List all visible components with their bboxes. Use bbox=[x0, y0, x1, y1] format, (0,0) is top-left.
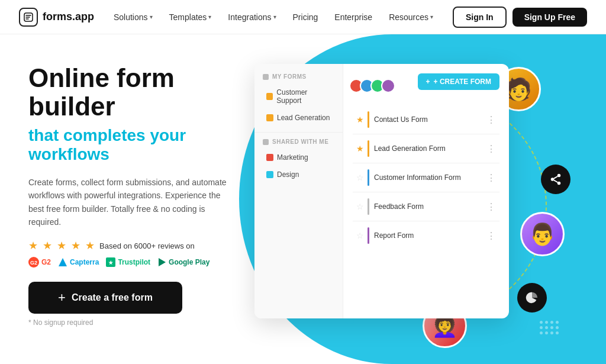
form-color-bar bbox=[368, 169, 369, 186]
badges-row: G2 G2 Capterra ★ Trustpilot Google Play bbox=[28, 257, 231, 268]
nav-solutions[interactable]: Solutions ▾ bbox=[107, 9, 160, 25]
svg-marker-6 bbox=[159, 258, 166, 266]
logo-icon bbox=[19, 8, 38, 27]
sidebar-marketing[interactable]: Marketing bbox=[258, 149, 339, 166]
form-row[interactable]: ☆ Customer Information Form ⋮ bbox=[353, 163, 499, 192]
svg-point-8 bbox=[551, 178, 555, 181]
plus-icon: + bbox=[426, 78, 430, 86]
star-1: ★ bbox=[28, 239, 38, 252]
form-row[interactable]: ☆ Report Form ⋮ bbox=[353, 221, 499, 250]
no-signup-text: * No signup required bbox=[28, 318, 231, 327]
svg-rect-12 bbox=[263, 74, 269, 80]
my-forms-label: MY FORMS bbox=[254, 73, 343, 83]
star-empty-icon: ☆ bbox=[356, 231, 364, 240]
user-avatars-row bbox=[353, 79, 395, 93]
svg-text:★: ★ bbox=[108, 260, 114, 266]
nav-pricing[interactable]: Pricing bbox=[286, 9, 325, 25]
mockup-sidebar: MY FORMS Customer Support Lead Generatio… bbox=[254, 64, 343, 318]
chevron-down-icon: ▾ bbox=[273, 14, 276, 20]
reviews-row: ★ ★ ★ ★ ★ Based on 6000+ reviews on bbox=[28, 239, 231, 252]
svg-rect-13 bbox=[263, 139, 269, 145]
header: forms.app Solutions ▾ Templates ▾ Integr… bbox=[0, 0, 606, 34]
chevron-down-icon: ▾ bbox=[208, 14, 211, 20]
header-actions: Sign In Sign Up Free bbox=[453, 7, 587, 28]
svg-marker-3 bbox=[59, 258, 67, 266]
nav-resources[interactable]: Resources ▾ bbox=[382, 9, 440, 25]
nav-templates[interactable]: Templates ▾ bbox=[162, 9, 219, 25]
hero-title: Online form builder bbox=[28, 64, 231, 121]
form-row[interactable]: ★ Contact Us Form ⋮ bbox=[353, 105, 499, 134]
main-nav: Solutions ▾ Templates ▾ Integrations ▾ P… bbox=[107, 9, 440, 25]
form-menu-icon[interactable]: ⋮ bbox=[486, 172, 496, 183]
form-color-bar bbox=[368, 198, 369, 215]
app-mockup: MY FORMS Customer Support Lead Generatio… bbox=[254, 64, 509, 318]
form-color-bar bbox=[368, 227, 369, 244]
create-form-mock-button[interactable]: + + CREATE FORM bbox=[418, 73, 499, 90]
sidebar-design[interactable]: Design bbox=[258, 166, 339, 183]
svg-point-7 bbox=[557, 174, 561, 178]
form-color-bar bbox=[368, 140, 369, 157]
badge-google-play: Google Play bbox=[157, 257, 209, 267]
form-color-bar bbox=[368, 111, 369, 128]
signup-button[interactable]: Sign Up Free bbox=[512, 8, 587, 27]
form-row[interactable]: ★ Lead Generation Form ⋮ bbox=[353, 134, 499, 163]
star-3: ★ bbox=[57, 239, 66, 252]
hero-subtitle: that completes your workflows bbox=[28, 126, 231, 164]
main-content: Online form builder that completes your … bbox=[0, 34, 606, 364]
star-empty-icon: ☆ bbox=[356, 202, 364, 211]
shared-with-me-label: SHARED WITH ME bbox=[254, 138, 343, 149]
star-4: ★ bbox=[71, 239, 80, 252]
chevron-down-icon: ▾ bbox=[430, 14, 433, 20]
logo[interactable]: forms.app bbox=[19, 8, 94, 27]
hero-left: Online form builder that completes your … bbox=[0, 34, 254, 364]
badge-g2: G2 G2 bbox=[28, 257, 51, 268]
form-menu-icon[interactable]: ⋮ bbox=[486, 143, 496, 154]
mini-avatar-4 bbox=[381, 79, 395, 93]
folder-icon bbox=[266, 114, 273, 121]
nav-integrations[interactable]: Integrations ▾ bbox=[221, 9, 283, 25]
badge-capterra: Capterra bbox=[58, 257, 99, 267]
sidebar-customer-support[interactable]: Customer Support bbox=[258, 84, 339, 109]
share-icon-node bbox=[541, 165, 570, 194]
svg-text:G2: G2 bbox=[30, 260, 37, 266]
create-form-button[interactable]: + Create a free form bbox=[28, 282, 182, 314]
svg-line-10 bbox=[554, 180, 557, 182]
star-5: ★ bbox=[85, 239, 95, 252]
nav-enterprise[interactable]: Enterprise bbox=[327, 9, 379, 25]
reviews-text: Based on 6000+ reviews on bbox=[99, 241, 195, 250]
form-menu-icon[interactable]: ⋮ bbox=[486, 230, 496, 241]
svg-line-11 bbox=[554, 176, 557, 179]
star-icon: ★ bbox=[356, 144, 364, 153]
badge-trustpilot: ★ Trustpilot bbox=[106, 257, 150, 267]
plus-icon: + bbox=[58, 290, 66, 305]
star-empty-icon: ☆ bbox=[356, 173, 364, 182]
svg-point-9 bbox=[557, 182, 561, 185]
folder-icon bbox=[266, 154, 273, 161]
forms-list: ★ Contact Us Form ⋮ ★ Lead Generation Fo… bbox=[353, 105, 499, 250]
mockup-main-panel: + + CREATE FORM ★ Contact Us Form ⋮ ★ Le… bbox=[343, 64, 509, 318]
sidebar-lead-generation[interactable]: Lead Generation bbox=[258, 109, 339, 126]
form-row[interactable]: ☆ Feedback Form ⋮ bbox=[353, 192, 499, 221]
folder-icon bbox=[266, 93, 273, 100]
pie-chart-icon-node bbox=[517, 283, 547, 313]
folder-icon bbox=[266, 171, 273, 178]
form-menu-icon[interactable]: ⋮ bbox=[486, 114, 496, 125]
signin-button[interactable]: Sign In bbox=[453, 7, 507, 28]
star-2: ★ bbox=[43, 239, 52, 252]
chevron-down-icon: ▾ bbox=[150, 14, 153, 20]
logo-text: forms.app bbox=[43, 11, 94, 23]
hero-description: Create forms, collect form submissions, … bbox=[28, 176, 231, 229]
form-menu-icon[interactable]: ⋮ bbox=[486, 201, 496, 212]
star-icon: ★ bbox=[356, 115, 364, 124]
avatar-man-beard: 👨 bbox=[520, 212, 565, 256]
sidebar-divider bbox=[254, 132, 343, 133]
